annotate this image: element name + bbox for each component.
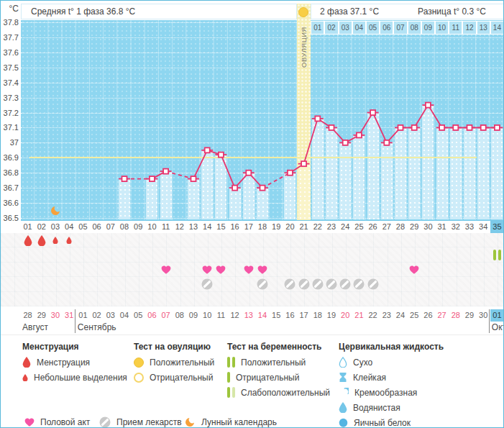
legend-item: Отрицательный [134, 372, 214, 383]
calendar-date-cell: 16 [283, 309, 297, 322]
legend-column: МенструацияМенструацияНебольшие выделени… [22, 342, 127, 383]
moon-icon [50, 205, 61, 217]
cycle-day-cell: 15 [214, 220, 228, 233]
legend-column: Тест на овуляциюПоложительныйОтрицательн… [134, 342, 214, 383]
temperature-point [232, 186, 237, 191]
medication-event [283, 277, 297, 291]
cycle-day-cell: 18 [255, 220, 269, 233]
pill-icon [257, 278, 268, 290]
legend-item-label: Положительный [241, 358, 306, 368]
drop-small-icon [52, 237, 58, 244]
legend-column: Тест на беременностьПоложительныйОтрицат… [227, 342, 330, 398]
calendar-date-cell: 23 [380, 309, 393, 322]
pill-icon [312, 278, 324, 290]
lunar-calendar-marker [50, 205, 61, 219]
intercourse-event [201, 263, 214, 277]
cycle-day-cell: 07 [104, 220, 117, 233]
y-tick-label: 36.9 [1, 153, 19, 162]
temperature-point [163, 169, 168, 174]
calendar-date-cell: 26 [421, 309, 435, 322]
pill-icon [201, 278, 213, 290]
temperature-point [150, 176, 155, 181]
calendar-date-cell: 20 [339, 309, 352, 322]
calendar-date-cell: 01 [76, 309, 90, 322]
menstruation-event [21, 233, 35, 247]
temperature-point [481, 125, 486, 130]
calendar-date-cell: 04 [117, 309, 131, 322]
y-tick-label: 36.7 [1, 183, 19, 192]
temperature-point [260, 186, 265, 191]
drop-small-icon [66, 237, 72, 244]
calendar-date-cell: 30 [477, 309, 490, 322]
menstruation-event [63, 233, 76, 247]
moon-icon [184, 416, 196, 428]
temperature-point [315, 116, 320, 121]
temperature-point [412, 125, 417, 130]
heart-icon [409, 265, 419, 274]
legend-item-label: Половой акт [40, 417, 90, 427]
calendar-date-cell: 09 [186, 309, 200, 322]
pill-icon [367, 278, 379, 290]
cycle-day-cell: 29 [408, 220, 421, 233]
calendar-date-cell: 15 [270, 309, 283, 322]
legend-item: Лунный календарь [184, 416, 277, 428]
phase2-average-label: 2 фаза 37.1 °C [320, 6, 379, 17]
cycle-day-cell: 03 [48, 220, 62, 233]
legend-item-label: Прием лекарств [116, 417, 182, 427]
legend-item-label: Лунный календарь [201, 417, 277, 427]
y-tick-label: 37.6 [1, 48, 19, 57]
temperature-point [205, 147, 210, 152]
legend-item: Слабоположительный [227, 387, 330, 398]
heart-icon [216, 265, 226, 274]
temperature-curve [21, 20, 504, 220]
temperature-point [357, 132, 362, 137]
intercourse-event [242, 263, 255, 277]
y-tick-label: 37.2 [1, 109, 19, 117]
legend-item-label: Менструация [37, 358, 90, 368]
legend-item-label: Сухо [353, 358, 372, 368]
heart-icon [257, 265, 267, 274]
calendar-date-cell: 29 [35, 309, 48, 322]
legend-item-label: Яичный белок [354, 418, 411, 428]
legend-column: Цервикальная жидкостьСухоКлейкаяКремообр… [339, 342, 444, 428]
pregnancy-weak-icon [227, 387, 235, 398]
pill-icon [326, 278, 337, 290]
temperature-point [246, 170, 251, 176]
cf-creamy-icon [339, 388, 349, 398]
medication-event [311, 277, 324, 291]
heart-icon [161, 265, 171, 274]
y-tick-label: 37 [1, 138, 19, 147]
calendar-date-cell: 07 [159, 309, 173, 322]
phase1-header: Средняя t° 1 фаза 36.8 °C [21, 4, 297, 19]
legend-item: Водянистая [339, 402, 444, 413]
cycle-day-cell: 28 [393, 220, 407, 233]
calendar-date-cell: 17 [297, 309, 311, 322]
y-tick-label: 37.4 [1, 78, 19, 87]
calendar-date-cell: 10 [201, 309, 214, 322]
medication-event [324, 277, 338, 291]
legend-item-label: Небольшие выделения [34, 373, 127, 383]
calendar-date-cell: 30 [48, 309, 62, 322]
legend-title: Тест на беременность [227, 342, 330, 352]
drop-small-icon [22, 374, 28, 381]
intercourse-event [255, 263, 269, 277]
cycle-day-cell: 05 [76, 220, 90, 233]
month-label: Август [22, 322, 48, 333]
drop-icon [24, 235, 32, 246]
cycle-day-cell: 20 [283, 220, 297, 233]
calendar-date-cell: 18 [311, 309, 324, 322]
cycle-day-cell: 35 [490, 220, 504, 233]
temperature-point [122, 176, 127, 181]
legend-item-label: Кремообразная [354, 388, 417, 398]
legend-item-label: Положительный [150, 358, 214, 368]
drop-icon [37, 235, 46, 246]
pill-icon [284, 278, 295, 290]
cycle-day-cell: 10 [145, 220, 159, 233]
legend-item: Отрицательный [227, 372, 330, 383]
pregnancy-negative-icon [227, 372, 230, 383]
menstruation-event [35, 233, 48, 247]
temperature-point [343, 140, 348, 145]
calendar-date-cell: 06 [145, 309, 159, 322]
calendar-date-cell: 28 [449, 309, 462, 322]
cycle-day-cell: 19 [270, 220, 283, 233]
